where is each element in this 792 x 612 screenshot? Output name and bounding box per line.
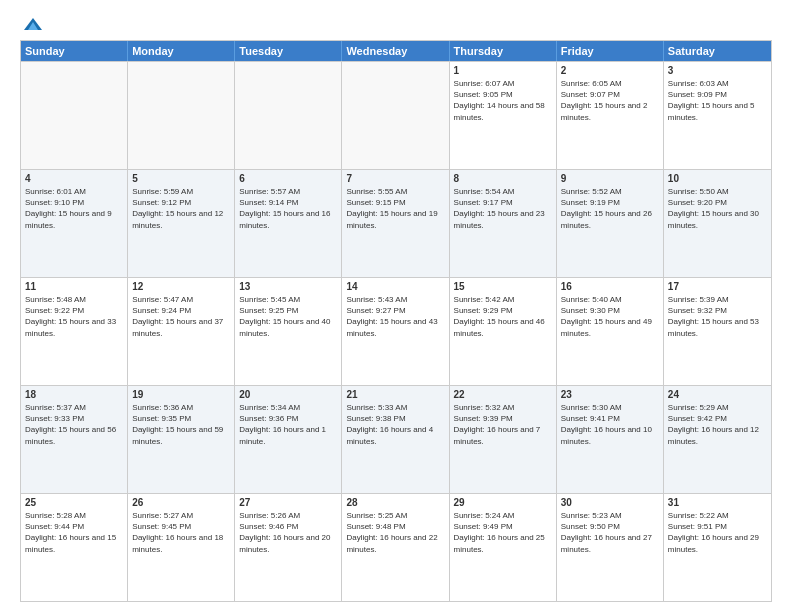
day-number: 21 [346,389,444,400]
day-info: Sunrise: 5:45 AMSunset: 9:25 PMDaylight:… [239,294,337,339]
logo-icon [22,16,44,34]
day-info: Sunrise: 5:22 AMSunset: 9:51 PMDaylight:… [668,510,767,555]
day-number: 24 [668,389,767,400]
day-cell-20: 20Sunrise: 5:34 AMSunset: 9:36 PMDayligh… [235,386,342,493]
day-number: 15 [454,281,552,292]
day-cell-2: 2Sunrise: 6:05 AMSunset: 9:07 PMDaylight… [557,62,664,169]
day-info: Sunrise: 5:42 AMSunset: 9:29 PMDaylight:… [454,294,552,339]
day-number: 31 [668,497,767,508]
day-number: 25 [25,497,123,508]
day-cell-19: 19Sunrise: 5:36 AMSunset: 9:35 PMDayligh… [128,386,235,493]
day-cell-16: 16Sunrise: 5:40 AMSunset: 9:30 PMDayligh… [557,278,664,385]
day-cell-23: 23Sunrise: 5:30 AMSunset: 9:41 PMDayligh… [557,386,664,493]
day-cell-9: 9Sunrise: 5:52 AMSunset: 9:19 PMDaylight… [557,170,664,277]
day-info: Sunrise: 5:55 AMSunset: 9:15 PMDaylight:… [346,186,444,231]
day-cell-12: 12Sunrise: 5:47 AMSunset: 9:24 PMDayligh… [128,278,235,385]
day-cell-7: 7Sunrise: 5:55 AMSunset: 9:15 PMDaylight… [342,170,449,277]
day-number: 4 [25,173,123,184]
day-number: 12 [132,281,230,292]
day-info: Sunrise: 6:03 AMSunset: 9:09 PMDaylight:… [668,78,767,123]
day-number: 29 [454,497,552,508]
day-cell-27: 27Sunrise: 5:26 AMSunset: 9:46 PMDayligh… [235,494,342,601]
week-row-5: 25Sunrise: 5:28 AMSunset: 9:44 PMDayligh… [21,493,771,601]
day-cell-10: 10Sunrise: 5:50 AMSunset: 9:20 PMDayligh… [664,170,771,277]
day-number: 19 [132,389,230,400]
day-info: Sunrise: 5:40 AMSunset: 9:30 PMDaylight:… [561,294,659,339]
calendar: SundayMondayTuesdayWednesdayThursdayFrid… [20,40,772,602]
day-info: Sunrise: 5:57 AMSunset: 9:14 PMDaylight:… [239,186,337,231]
day-number: 1 [454,65,552,76]
day-number: 9 [561,173,659,184]
day-info: Sunrise: 5:25 AMSunset: 9:48 PMDaylight:… [346,510,444,555]
day-cell-28: 28Sunrise: 5:25 AMSunset: 9:48 PMDayligh… [342,494,449,601]
day-info: Sunrise: 5:24 AMSunset: 9:49 PMDaylight:… [454,510,552,555]
day-number: 20 [239,389,337,400]
day-info: Sunrise: 5:50 AMSunset: 9:20 PMDaylight:… [668,186,767,231]
week-row-3: 11Sunrise: 5:48 AMSunset: 9:22 PMDayligh… [21,277,771,385]
day-info: Sunrise: 5:54 AMSunset: 9:17 PMDaylight:… [454,186,552,231]
header [20,16,772,34]
day-info: Sunrise: 6:01 AMSunset: 9:10 PMDaylight:… [25,186,123,231]
day-number: 22 [454,389,552,400]
day-info: Sunrise: 5:59 AMSunset: 9:12 PMDaylight:… [132,186,230,231]
day-number: 28 [346,497,444,508]
day-number: 17 [668,281,767,292]
empty-cell [235,62,342,169]
day-cell-14: 14Sunrise: 5:43 AMSunset: 9:27 PMDayligh… [342,278,449,385]
day-cell-30: 30Sunrise: 5:23 AMSunset: 9:50 PMDayligh… [557,494,664,601]
day-number: 8 [454,173,552,184]
day-number: 10 [668,173,767,184]
day-cell-8: 8Sunrise: 5:54 AMSunset: 9:17 PMDaylight… [450,170,557,277]
day-info: Sunrise: 5:26 AMSunset: 9:46 PMDaylight:… [239,510,337,555]
day-cell-29: 29Sunrise: 5:24 AMSunset: 9:49 PMDayligh… [450,494,557,601]
day-info: Sunrise: 5:28 AMSunset: 9:44 PMDaylight:… [25,510,123,555]
week-row-4: 18Sunrise: 5:37 AMSunset: 9:33 PMDayligh… [21,385,771,493]
empty-cell [342,62,449,169]
day-cell-22: 22Sunrise: 5:32 AMSunset: 9:39 PMDayligh… [450,386,557,493]
day-number: 23 [561,389,659,400]
header-cell-monday: Monday [128,41,235,61]
day-info: Sunrise: 5:30 AMSunset: 9:41 PMDaylight:… [561,402,659,447]
day-number: 5 [132,173,230,184]
logo [20,16,44,34]
day-number: 27 [239,497,337,508]
day-cell-4: 4Sunrise: 6:01 AMSunset: 9:10 PMDaylight… [21,170,128,277]
header-cell-tuesday: Tuesday [235,41,342,61]
empty-cell [128,62,235,169]
day-cell-1: 1Sunrise: 6:07 AMSunset: 9:05 PMDaylight… [450,62,557,169]
day-number: 18 [25,389,123,400]
empty-cell [21,62,128,169]
day-cell-24: 24Sunrise: 5:29 AMSunset: 9:42 PMDayligh… [664,386,771,493]
header-cell-saturday: Saturday [664,41,771,61]
header-cell-sunday: Sunday [21,41,128,61]
day-info: Sunrise: 5:39 AMSunset: 9:32 PMDaylight:… [668,294,767,339]
day-cell-21: 21Sunrise: 5:33 AMSunset: 9:38 PMDayligh… [342,386,449,493]
day-number: 26 [132,497,230,508]
page: SundayMondayTuesdayWednesdayThursdayFrid… [0,0,792,612]
day-info: Sunrise: 5:33 AMSunset: 9:38 PMDaylight:… [346,402,444,447]
day-info: Sunrise: 5:34 AMSunset: 9:36 PMDaylight:… [239,402,337,447]
day-number: 30 [561,497,659,508]
header-cell-thursday: Thursday [450,41,557,61]
day-cell-25: 25Sunrise: 5:28 AMSunset: 9:44 PMDayligh… [21,494,128,601]
calendar-body: 1Sunrise: 6:07 AMSunset: 9:05 PMDaylight… [21,61,771,601]
day-info: Sunrise: 5:32 AMSunset: 9:39 PMDaylight:… [454,402,552,447]
day-number: 6 [239,173,337,184]
day-cell-31: 31Sunrise: 5:22 AMSunset: 9:51 PMDayligh… [664,494,771,601]
day-cell-15: 15Sunrise: 5:42 AMSunset: 9:29 PMDayligh… [450,278,557,385]
day-number: 2 [561,65,659,76]
day-cell-5: 5Sunrise: 5:59 AMSunset: 9:12 PMDaylight… [128,170,235,277]
day-cell-13: 13Sunrise: 5:45 AMSunset: 9:25 PMDayligh… [235,278,342,385]
day-number: 3 [668,65,767,76]
day-cell-18: 18Sunrise: 5:37 AMSunset: 9:33 PMDayligh… [21,386,128,493]
day-info: Sunrise: 5:37 AMSunset: 9:33 PMDaylight:… [25,402,123,447]
day-cell-17: 17Sunrise: 5:39 AMSunset: 9:32 PMDayligh… [664,278,771,385]
day-info: Sunrise: 5:27 AMSunset: 9:45 PMDaylight:… [132,510,230,555]
calendar-header: SundayMondayTuesdayWednesdayThursdayFrid… [21,41,771,61]
day-info: Sunrise: 5:29 AMSunset: 9:42 PMDaylight:… [668,402,767,447]
day-info: Sunrise: 5:48 AMSunset: 9:22 PMDaylight:… [25,294,123,339]
day-cell-6: 6Sunrise: 5:57 AMSunset: 9:14 PMDaylight… [235,170,342,277]
day-number: 16 [561,281,659,292]
week-row-2: 4Sunrise: 6:01 AMSunset: 9:10 PMDaylight… [21,169,771,277]
day-info: Sunrise: 5:52 AMSunset: 9:19 PMDaylight:… [561,186,659,231]
